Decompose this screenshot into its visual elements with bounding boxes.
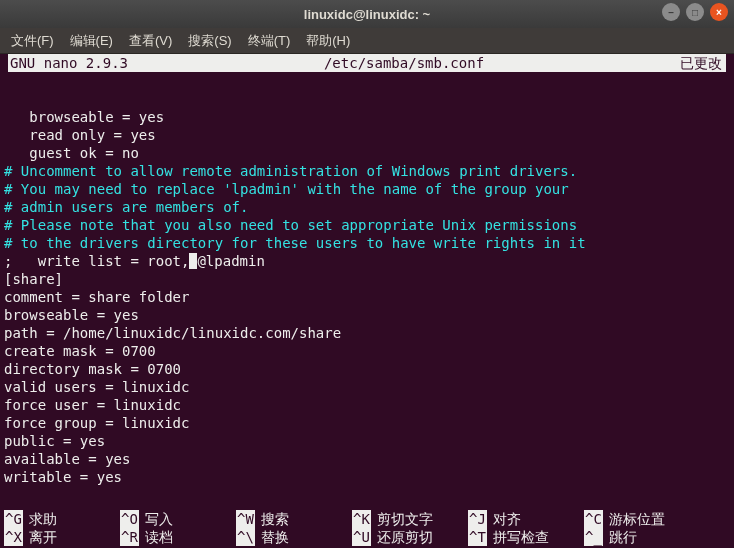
shortcut-help: ^G求助 xyxy=(4,510,120,528)
shortcut-justify: ^J对齐 xyxy=(468,510,584,528)
comment-line: # admin users are members of. xyxy=(4,199,248,215)
line: path = /home/linuxidc/linuxidc.com/share xyxy=(4,325,341,341)
line: valid users = linuxidc xyxy=(4,379,189,395)
comment-line: # You may need to replace 'lpadmin' with… xyxy=(4,181,569,197)
nano-status: 已更改 xyxy=(664,54,726,72)
shortcut-row-2: ^X离开 ^R读档 ^\替换 ^U还原剪切 ^T拼写检查 ^_跳行 xyxy=(4,528,730,546)
line: writable = yes xyxy=(4,469,122,485)
shortcut-curpos: ^C游标位置 xyxy=(584,510,700,528)
line: ; write list = root, @lpadmin xyxy=(4,253,265,269)
comment-line: # to the drivers directory for these use… xyxy=(4,235,586,251)
comment-line: # Please note that you also need to set … xyxy=(4,217,577,233)
shortcut-uncut: ^U还原剪切 xyxy=(352,528,468,546)
maximize-button[interactable]: □ xyxy=(686,3,704,21)
line: create mask = 0700 xyxy=(4,343,156,359)
menu-file[interactable]: 文件(F) xyxy=(4,29,61,53)
terminal[interactable]: GNU nano 2.9.3 /etc/samba/smb.conf 已更改 b… xyxy=(0,54,734,486)
shortcut-replace: ^\替换 xyxy=(236,528,352,546)
menu-view[interactable]: 查看(V) xyxy=(122,29,179,53)
nano-app-name: GNU nano 2.9.3 xyxy=(8,54,144,72)
nano-shortcut-bar: ^G求助 ^O写入 ^W搜索 ^K剪切文字 ^J对齐 ^C游标位置 ^X离开 ^… xyxy=(0,510,734,548)
line: comment = share folder xyxy=(4,289,189,305)
shortcut-spell: ^T拼写检查 xyxy=(468,528,584,546)
shortcut-writeout: ^O写入 xyxy=(120,510,236,528)
line: force user = linuxidc xyxy=(4,397,181,413)
line: guest ok = no xyxy=(4,145,139,161)
menubar: 文件(F) 编辑(E) 查看(V) 搜索(S) 终端(T) 帮助(H) xyxy=(0,28,734,54)
menu-search[interactable]: 搜索(S) xyxy=(181,29,238,53)
line: browseable = yes xyxy=(4,307,139,323)
shortcut-exit: ^X离开 xyxy=(4,528,120,546)
minimize-button[interactable]: – xyxy=(662,3,680,21)
line: directory mask = 0700 xyxy=(4,361,181,377)
line: force group = linuxidc xyxy=(4,415,189,431)
comment-line: # Uncomment to allow remote administrati… xyxy=(4,163,577,179)
line: available = yes xyxy=(4,451,130,467)
menu-help[interactable]: 帮助(H) xyxy=(299,29,357,53)
line: public = yes xyxy=(4,433,105,449)
editor-content[interactable]: browseable = yes read only = yes guest o… xyxy=(0,72,734,486)
shortcut-search: ^W搜索 xyxy=(236,510,352,528)
menu-edit[interactable]: 编辑(E) xyxy=(63,29,120,53)
window-controls: – □ × xyxy=(662,3,728,21)
nano-header: GNU nano 2.9.3 /etc/samba/smb.conf 已更改 xyxy=(8,54,726,72)
line: read only = yes xyxy=(4,127,156,143)
line: browseable = yes xyxy=(4,109,164,125)
line: [share] xyxy=(4,271,63,287)
shortcut-readfile: ^R读档 xyxy=(120,528,236,546)
shortcut-goto: ^_跳行 xyxy=(584,528,700,546)
window-titlebar: linuxidc@linuxidc: ~ – □ × xyxy=(0,0,734,28)
shortcut-cut: ^K剪切文字 xyxy=(352,510,468,528)
window-title: linuxidc@linuxidc: ~ xyxy=(304,7,430,22)
menu-terminal[interactable]: 终端(T) xyxy=(241,29,298,53)
close-button[interactable]: × xyxy=(710,3,728,21)
nano-file-path: /etc/samba/smb.conf xyxy=(144,54,664,72)
shortcut-row-1: ^G求助 ^O写入 ^W搜索 ^K剪切文字 ^J对齐 ^C游标位置 xyxy=(4,510,730,528)
